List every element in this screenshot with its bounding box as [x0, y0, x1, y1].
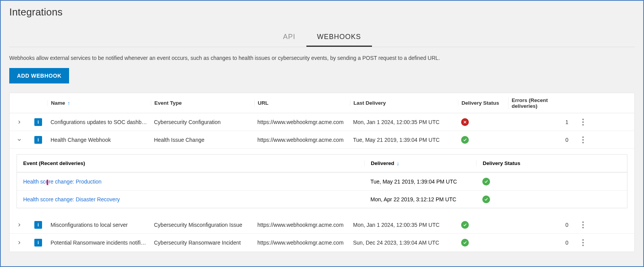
cell-last-delivery: Sun, Dec 24 2023, 1:39:04 AM UTC — [350, 240, 458, 246]
nested-row: Health score change: Disaster Recovery M… — [17, 190, 627, 208]
row-menu-button[interactable] — [575, 119, 592, 126]
chevron-right-icon — [17, 240, 22, 245]
table-row: i Potential Ransomware incidents notifi…… — [10, 234, 634, 252]
expand-toggle[interactable] — [10, 119, 29, 125]
info-icon[interactable]: i — [34, 239, 42, 247]
status-success-icon — [461, 136, 469, 144]
nested-delivered: Mon, Apr 22 2019, 3:12:12 PM UTC — [364, 196, 476, 202]
table-header-row: Name ↑ Event Type URL Last Delivery Deli… — [10, 93, 634, 113]
expand-toggle[interactable] — [10, 240, 29, 245]
cell-delivery-status — [458, 136, 508, 144]
cell-url: https://www.webhookmgr.acme.com — [254, 222, 350, 228]
nested-col-delivered[interactable]: Delivered ↓ — [364, 160, 476, 167]
info-icon[interactable]: i — [34, 221, 42, 229]
cell-errors: 0 — [508, 240, 571, 246]
tab-webhooks[interactable]: WEBHOOKS — [306, 29, 372, 47]
nested-event-link[interactable]: Health score change: Production — [17, 178, 364, 185]
cell-event-type: Cybersecurity Misconfiguration Issue — [151, 222, 254, 228]
chevron-right-icon — [17, 222, 22, 228]
cell-event-type: Cybersecurity Configuration — [151, 119, 254, 125]
nested-status — [476, 178, 588, 185]
col-event-type[interactable]: Event Type — [151, 100, 254, 106]
col-last-delivery[interactable]: Last Delivery — [350, 100, 458, 106]
webhooks-table: Name ↑ Event Type URL Last Delivery Deli… — [9, 93, 635, 252]
webhooks-description: Webhooks allow external services to be n… — [9, 55, 635, 61]
text-cursor-icon — [47, 180, 48, 185]
page-title: Integrations — [9, 6, 635, 18]
col-delivery-status[interactable]: Delivery Status — [458, 100, 508, 106]
expand-toggle[interactable] — [10, 222, 29, 228]
cell-errors: 0 — [508, 222, 571, 228]
tab-api[interactable]: API — [272, 29, 306, 47]
col-errors[interactable]: Errors (Recent deliveries) — [508, 97, 571, 109]
cell-errors: 0 — [508, 137, 571, 143]
expand-toggle[interactable] — [10, 137, 29, 143]
status-success-icon — [461, 239, 469, 247]
nested-col-event[interactable]: Event (Recent deliveries) — [17, 160, 364, 166]
cell-url: https://www.webhookmgr.acme.com — [254, 240, 350, 246]
nested-status — [476, 196, 588, 203]
col-name[interactable]: Name ↑ — [47, 100, 151, 106]
cell-name: Misconfigurations to local server — [47, 222, 151, 228]
row-menu-button[interactable] — [575, 221, 592, 228]
table-row: i Health Change Webhook Health Issue Cha… — [10, 131, 634, 149]
status-fail-icon — [461, 118, 469, 126]
cell-name: Configurations updates to SOC dashb… — [47, 119, 151, 125]
cell-delivery-status — [458, 118, 508, 126]
cell-url: https://www.webhookmgr.acme.com — [254, 119, 350, 125]
cell-event-type: Cybersecurity Ransomware Incident — [151, 240, 254, 246]
status-success-icon — [461, 221, 469, 229]
info-icon[interactable]: i — [34, 136, 42, 144]
chevron-right-icon — [17, 119, 22, 125]
nested-event-link[interactable]: Health score change: Disaster Recovery — [17, 196, 364, 202]
nested-row: Health score change: Production Tue, May… — [17, 172, 627, 190]
cell-event-type: Health Issue Change — [151, 137, 254, 143]
cell-url: https://www.webhookmgr.acme.com — [254, 137, 350, 143]
info-icon[interactable]: i — [34, 118, 42, 126]
chevron-down-icon — [17, 137, 22, 143]
cell-last-delivery: Mon, Jan 1 2024, 12:00:35 PM UTC — [350, 119, 458, 125]
status-success-icon — [482, 196, 490, 203]
cell-last-delivery: Mon, Jan 1 2024, 12:00:35 PM UTC — [350, 222, 458, 228]
row-menu-button[interactable] — [575, 239, 592, 246]
col-url[interactable]: URL — [254, 100, 350, 106]
cell-name: Health Change Webhook — [47, 137, 151, 143]
cell-delivery-status — [458, 239, 508, 247]
sort-desc-icon: ↓ — [397, 160, 399, 167]
cell-delivery-status — [458, 221, 508, 229]
add-webhook-button[interactable]: ADD WEBHOOK — [9, 68, 69, 83]
tabs: API WEBHOOKS — [9, 29, 635, 47]
cell-last-delivery: Tue, May 21 2019, 1:39:04 PM UTC — [350, 137, 458, 143]
nested-col-status[interactable]: Delivery Status — [476, 160, 588, 166]
cell-name: Potential Ransomware incidents notifi… — [47, 240, 151, 246]
nested-deliveries: Event (Recent deliveries) Delivered ↓ De… — [10, 149, 634, 216]
row-menu-button[interactable] — [575, 136, 592, 143]
nested-delivered: Tue, May 21 2019, 1:39:04 PM UTC — [364, 179, 476, 185]
cell-errors: 1 — [508, 119, 571, 125]
table-row: i Misconfigurations to local server Cybe… — [10, 216, 634, 234]
status-success-icon — [482, 178, 490, 185]
sort-asc-icon: ↑ — [68, 100, 70, 106]
table-row: i Configurations updates to SOC dashb… C… — [10, 113, 634, 131]
